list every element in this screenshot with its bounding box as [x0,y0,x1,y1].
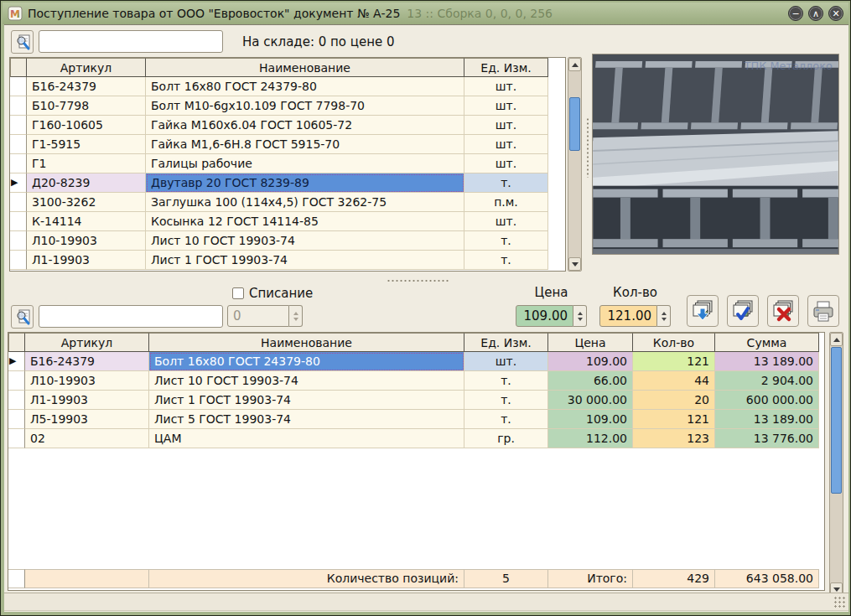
table-row[interactable]: Г1-5915Гайка М1,6-6Н.8 ГОСТ 5915-70шт. [10,135,565,154]
quantity-cell[interactable]: 121 [633,410,715,429]
name-cell[interactable]: Косынка 12 ГОСТ 14114-85 [146,212,464,231]
name-cell[interactable]: Лист 5 ГОСТ 19903-74 [149,410,464,429]
vertical-splitter-handle[interactable] [586,117,589,178]
document-find-button[interactable] [11,305,34,329]
article-cell[interactable]: Б16-24379 [27,77,146,96]
article-cell[interactable]: Л1-19903 [27,251,146,270]
sum-cell[interactable]: 600 000.00 [715,391,819,410]
name-cell[interactable]: Заглушка 100 (114х4,5) ГОСТ 3262-75 [146,193,464,212]
table-row[interactable]: ▶Д20-8239Двутавр 20 ГОСТ 8239-89т. [10,173,565,193]
name-cell[interactable]: Лист 10 ГОСТ 19903-74 [149,371,464,391]
apply-row-button[interactable] [727,295,759,327]
gutter-header[interactable] [10,58,27,77]
table-row[interactable]: Л10-19903Лист 10 ГОСТ 19903-74т. [10,231,565,251]
scroll-up-button[interactable] [568,58,581,71]
article-cell[interactable]: К-14114 [27,212,146,231]
column-header[interactable]: Ед. Изм. [464,333,548,352]
article-cell[interactable]: Б10-7798 [27,96,146,116]
delete-row-button[interactable] [767,295,799,327]
unit-cell[interactable]: шт. [464,116,548,135]
writeoff-checkbox[interactable] [232,287,244,299]
column-header[interactable]: Артикул [27,58,146,77]
name-cell[interactable]: ЦАМ [149,429,464,448]
column-header[interactable]: Артикул [25,333,149,352]
sum-cell[interactable]: 13 189.00 [715,410,819,429]
document-scrollbar[interactable] [829,332,843,597]
quantity-cell[interactable]: 44 [633,371,715,391]
unit-cell[interactable]: шт. [464,77,548,96]
name-cell[interactable]: Лист 1 ГОСТ 19903-74 [149,391,464,410]
unit-cell[interactable]: шт. [464,96,548,116]
table-row[interactable]: ▶Б16-24379Болт 16х80 ГОСТ 24379-80шт.109… [8,352,824,371]
price-cell[interactable]: 109.00 [548,410,633,429]
maximize-button[interactable]: ∧ [808,6,823,21]
table-row[interactable]: Л1-19903Лист 1 ГОСТ 19903-74т. [10,251,565,270]
price-cell[interactable]: 109.00 [548,352,633,371]
catalog-find-button[interactable] [11,30,34,54]
table-row[interactable]: Б10-7798Болт М10-6gх10.109 ГОСТ 7798-70ш… [10,96,565,116]
column-header[interactable]: Ед. Изм. [464,58,548,77]
name-cell[interactable]: Болт 16х80 ГОСТ 24379-80 [146,77,464,96]
unit-cell[interactable]: гр. [464,429,548,448]
price-field[interactable]: 109.00 [516,305,573,327]
unit-cell[interactable]: т. [464,173,548,193]
table-row[interactable]: Б16-24379Болт 16х80 ГОСТ 24379-80шт. [10,77,565,96]
article-cell[interactable]: Г1 [27,154,146,173]
resize-grip[interactable] [833,596,845,608]
name-cell[interactable]: Гайка М160х6.04 ГОСТ 10605-72 [146,116,464,135]
article-cell[interactable]: Г1-5915 [27,135,146,154]
table-row[interactable]: 3100-3262Заглушка 100 (114х4,5) ГОСТ 326… [10,193,565,212]
unit-cell[interactable]: т. [464,410,548,429]
gutter-header[interactable] [8,333,25,352]
article-cell[interactable]: Л10-19903 [25,371,149,391]
unit-cell[interactable]: п.м. [464,193,548,212]
unit-cell[interactable]: т. [464,251,548,270]
column-header[interactable]: Цена [548,333,633,352]
quantity-cell[interactable]: 20 [633,391,715,410]
document-search-input[interactable] [39,305,223,328]
scrollbar-thumb[interactable] [831,347,842,494]
table-row[interactable]: Л1-19903Лист 1 ГОСТ 19903-74т.30 000.002… [8,391,824,410]
table-row[interactable]: Л5-19903Лист 5 ГОСТ 19903-74т.109.001211… [8,410,824,429]
column-header[interactable]: Кол-во [633,333,715,352]
article-cell[interactable]: Л10-19903 [27,231,146,251]
quantity-spinner[interactable] [657,305,671,327]
sum-cell[interactable]: 13 776.00 [715,429,819,448]
quantity-cell[interactable]: 123 [633,429,715,448]
column-header[interactable]: Наименование [149,333,464,352]
unit-cell[interactable]: т. [464,391,548,410]
table-row[interactable]: 02ЦАМгр.112.0012313 776.00 [8,429,824,448]
unit-cell[interactable]: т. [464,371,548,391]
table-row[interactable]: К-14114Косынка 12 ГОСТ 14114-85шт. [10,212,565,231]
name-cell[interactable]: Болт 16х80 ГОСТ 24379-80 [149,352,464,371]
table-row[interactable]: Г1Галицы рабочиешт. [10,154,565,173]
scroll-up-button[interactable] [830,333,843,346]
table-row[interactable]: Г160-10605Гайка М160х6.04 ГОСТ 10605-72ш… [10,116,565,135]
quantity-cell[interactable]: 121 [633,352,715,371]
article-cell[interactable]: 3100-3262 [27,193,146,212]
name-cell[interactable]: Лист 1 ГОСТ 19903-74 [146,251,464,270]
sum-cell[interactable]: 13 189.00 [715,352,819,371]
article-cell[interactable]: Л1-19903 [25,391,149,410]
insert-row-button[interactable] [687,295,719,327]
horizontal-splitter-handle[interactable] [387,279,449,282]
column-header[interactable]: Сумма [715,333,819,352]
name-cell[interactable]: Болт М10-6gх10.109 ГОСТ 7798-70 [146,96,464,116]
name-cell[interactable]: Двутавр 20 ГОСТ 8239-89 [146,173,464,193]
price-cell[interactable]: 30 000.00 [548,391,633,410]
article-cell[interactable]: Б16-24379 [25,352,149,371]
sum-cell[interactable]: 2 904.00 [715,371,819,391]
scrollbar-thumb[interactable] [569,97,580,151]
close-button[interactable]: ✕ [828,6,843,21]
name-cell[interactable]: Лист 10 ГОСТ 19903-74 [146,231,464,251]
article-cell[interactable]: 02 [25,429,149,448]
unit-cell[interactable]: шт. [464,154,548,173]
unit-cell[interactable]: шт. [464,212,548,231]
name-cell[interactable]: Галицы рабочие [146,154,464,173]
unit-cell[interactable]: шт. [464,352,548,371]
quantity-field[interactable]: 121.00 [599,305,657,327]
column-header[interactable]: Наименование [146,58,464,77]
price-cell[interactable]: 112.00 [548,429,633,448]
scroll-down-button[interactable] [568,257,581,271]
catalog-scrollbar[interactable] [568,57,582,272]
